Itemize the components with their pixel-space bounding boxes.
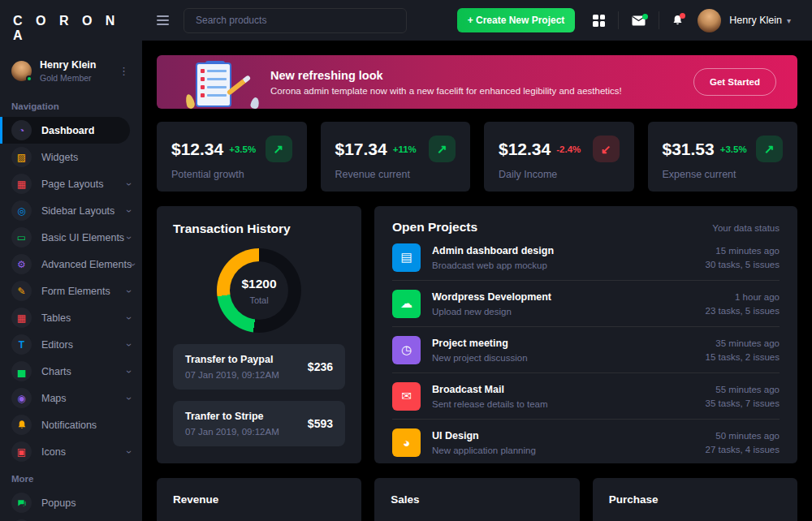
project-title: Broadcast Mail <box>432 384 706 395</box>
transaction-title: Transfer to Paypal <box>185 354 279 365</box>
stat-label: Expense current <box>663 169 784 180</box>
profile-avatar <box>11 61 32 81</box>
project-subtitle: Sent release details to team <box>432 399 706 409</box>
advanced-elements-icon: ⚙ <box>11 254 32 274</box>
transaction-row: Transfer to Paypal 07 Jan 2019, 09:12AM … <box>173 344 345 390</box>
stat-value: $17.34 <box>335 140 387 159</box>
project-time: 15 minutes ago <box>706 246 780 256</box>
sidebar-item-sidebar-layouts[interactable]: ◎ Sidebar Layouts › <box>0 197 142 224</box>
create-new-project-button[interactable]: + Create New Project <box>457 8 576 32</box>
menu-toggle-icon[interactable] <box>157 15 169 25</box>
online-status-dot <box>26 75 32 82</box>
notifications-bell-icon[interactable] <box>672 15 683 26</box>
sidebar-item-charts[interactable]: ▅ Charts › <box>0 358 142 385</box>
trend-down-arrow-icon: ↙ <box>593 136 620 162</box>
sidebar-item-tables[interactable]: ▦ Tables › <box>0 304 142 331</box>
unread-mail-dot <box>642 14 648 19</box>
sidebar-item-form-elements[interactable]: ✎ Form Elements › <box>0 278 142 304</box>
project-subtitle: Upload new design <box>432 307 706 316</box>
project-title: Admin dashboard design <box>432 245 706 256</box>
chevron-down-icon: › <box>123 290 135 293</box>
stat-label: Daily Income <box>499 169 620 180</box>
transaction-amount: $236 <box>308 360 333 373</box>
chevron-down-icon: › <box>123 370 135 373</box>
project-subtitle: New project discussion <box>432 353 706 363</box>
nav-section-label: Navigation <box>0 93 142 117</box>
profile-options-icon[interactable]: ⋮ <box>115 63 132 79</box>
profile-role: Gold Member <box>40 73 115 83</box>
page-layouts-icon: ▦ <box>11 174 32 194</box>
chevron-down-icon: › <box>123 397 135 400</box>
transaction-amount: $593 <box>308 417 333 430</box>
charts-icon: ▅ <box>11 361 32 381</box>
card-title: Transaction History <box>173 222 345 236</box>
maps-icon: ◉ <box>11 388 32 408</box>
card-title: Purchase <box>609 493 781 506</box>
project-time: 1 hour ago <box>706 292 780 302</box>
sidebar-item-maps[interactable]: ◉ Maps › <box>0 385 142 411</box>
sidebar-item-page-layouts[interactable]: ▦ Page Layouts › <box>0 170 142 197</box>
project-tasks: 30 tasks, 5 issues <box>706 260 780 269</box>
chat-bubble-icon <box>11 493 32 513</box>
sidebar-item-notifications[interactable]: Notifications <box>0 411 142 438</box>
stat-delta: +3.5% <box>720 144 756 154</box>
chevron-down-icon[interactable]: ▾ <box>787 16 791 25</box>
dashboard-icon: ◔ <box>11 120 32 140</box>
sidebar: C O R O N A Henry Klein Gold Member ⋮ Na… <box>0 0 142 521</box>
banner-subtitle: Corona admin template now with a new fac… <box>270 86 622 96</box>
messages-mail-icon[interactable] <box>632 15 646 26</box>
sidebar-item-widgets[interactable]: ▨ Widgets <box>0 144 142 170</box>
form-elements-icon: ✎ <box>11 281 32 301</box>
sidebar-item-dashboard[interactable]: ◔ Dashboard <box>0 117 130 144</box>
project-subtitle: Broadcast web app mockup <box>432 260 706 270</box>
user-avatar[interactable] <box>698 9 721 32</box>
project-title: Project meeting <box>432 338 706 349</box>
project-row: ☁ Wordpress Development Upload new desig… <box>392 281 780 327</box>
search-input[interactable] <box>184 8 407 33</box>
clock-icon: ◷ <box>392 336 421 364</box>
stat-card-potential-growth: $12.34 +3.5% ↗ Potential growth <box>157 122 307 192</box>
stat-delta: +11% <box>393 144 429 154</box>
announcement-banner: New refreshing look Corona admin templat… <box>157 55 797 109</box>
sidebar-item-basic-ui-elements[interactable]: ▭ Basic UI Elements › <box>0 224 142 251</box>
cloud-upload-icon: ☁ <box>392 290 421 318</box>
sidebar-item-icons[interactable]: ▣ Icons › <box>0 438 142 465</box>
sidebar-profile[interactable]: Henry Klein Gold Member ⋮ <box>0 53 142 93</box>
transaction-row: Tranfer to Stripe 07 Jan 2019, 09:12AM $… <box>173 401 345 446</box>
app-logo[interactable]: C O R O N A <box>0 0 142 53</box>
user-menu[interactable]: Henry Klein <box>729 15 782 26</box>
stat-delta: +3.5% <box>229 144 265 154</box>
get-started-button[interactable]: Get Started <box>693 68 776 96</box>
sidebar-item-user-pages[interactable]: ◕ User Pages <box>0 516 142 521</box>
stat-card-expense-current: $31.53 +3.5% ↗ Expense current <box>648 122 798 192</box>
tables-icon: ▦ <box>11 308 32 328</box>
chevron-down-icon: › <box>123 209 135 213</box>
project-row: ▤ Admin dashboard design Broadcast web a… <box>392 235 780 281</box>
main-content: New refreshing look Corona admin templat… <box>142 41 812 521</box>
transaction-donut-chart: $1200 Total <box>217 248 301 333</box>
project-time: 55 minutes ago <box>706 385 780 394</box>
purchase-card: Purchase <box>593 478 797 521</box>
mail-open-icon: ✉ <box>392 382 421 411</box>
project-tasks: 35 tasks, 7 issues <box>706 398 780 408</box>
project-title: Wordpress Development <box>432 291 706 303</box>
clipboard-illustration-icon <box>179 58 261 109</box>
top-navbar: + Create New Project Henry Klein ▾ <box>142 0 812 41</box>
trend-up-arrow-icon: ↗ <box>266 136 292 162</box>
profile-name: Henry Klein <box>40 59 115 71</box>
project-row: ✉ Broadcast Mail Sent release details to… <box>392 373 780 420</box>
apps-grid-icon[interactable] <box>593 15 605 27</box>
app-root: C O R O N A Henry Klein Gold Member ⋮ Na… <box>0 0 812 521</box>
sidebar-item-advanced-elements[interactable]: ⚙ Advanced Elements › <box>0 251 142 278</box>
chevron-down-icon: › <box>123 183 135 186</box>
sidebar-item-editors[interactable]: T Editors › <box>0 331 142 358</box>
project-row: ◕ UI Design New application planning 50 … <box>392 420 780 465</box>
project-tasks: 23 tasks, 5 issues <box>706 306 780 316</box>
stat-value: $12.34 <box>171 140 223 159</box>
revenue-card: Revenue <box>157 478 361 521</box>
banner-title: New refreshing look <box>270 69 622 82</box>
chevron-down-icon: › <box>123 343 135 347</box>
file-document-icon: ▤ <box>392 243 421 272</box>
project-row: ◷ Project meeting New project discussion… <box>392 327 780 373</box>
sidebar-item-popups[interactable]: Popups <box>0 489 142 516</box>
